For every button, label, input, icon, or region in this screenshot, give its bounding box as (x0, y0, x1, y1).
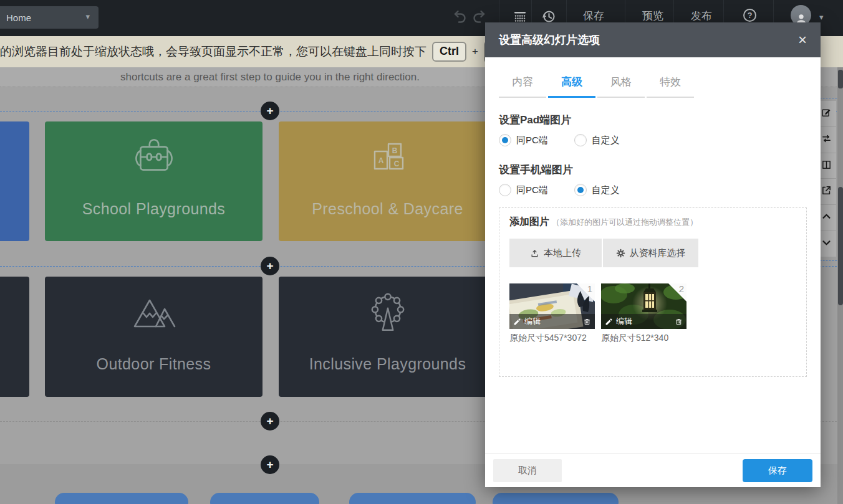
external-link-icon (821, 185, 832, 198)
thumbnail-image-1[interactable]: 1 编辑 (509, 283, 595, 329)
grid-view-button[interactable] (513, 9, 527, 24)
tile-label: Preschool & Daycare (279, 200, 496, 218)
dialog-title: 设置高级幻灯片选项 (499, 32, 600, 47)
ctrl-key-chip: Ctrl (432, 42, 466, 62)
upload-icon (530, 249, 539, 258)
add-images-title-row: 添加图片 （添加好的图片可以通过拖动调整位置） (509, 216, 796, 228)
dialog-header: 设置高级幻灯片选项 × (485, 22, 821, 57)
tile-partial-left-row2[interactable] (0, 277, 29, 397)
pencil-icon (513, 318, 521, 326)
editor-screen: shortcuts are a great first step to guid… (0, 0, 843, 504)
mountains-icon (130, 293, 178, 331)
svg-text:A: A (378, 156, 383, 165)
bottom-pill-button[interactable] (349, 493, 476, 504)
tab-content[interactable]: 内容 (499, 75, 546, 98)
tab-style[interactable]: 风格 (597, 75, 645, 98)
radio-label[interactable]: 同PC端 (516, 135, 548, 146)
add-section-button[interactable]: + (261, 412, 279, 430)
tab-effects[interactable]: 特效 (647, 75, 694, 98)
mobile-section-title: 设置手机端图片 (499, 163, 807, 175)
chevron-down-icon (821, 237, 832, 250)
preview-button[interactable]: 预览 (642, 9, 663, 23)
caret-down-icon: ▾ (85, 12, 90, 21)
schoolbag-icon (132, 138, 176, 179)
thumbnail-order-number: 2 (679, 283, 684, 294)
thumbnail-toolbar: 编辑 (509, 314, 595, 329)
undo-icon (453, 9, 468, 24)
tile-inclusive-playgrounds[interactable]: Inclusive Playgrounds (279, 277, 496, 397)
page-selector-label: Home (6, 12, 31, 23)
history-icon (541, 9, 556, 24)
radio-label[interactable]: 自定义 (592, 135, 620, 146)
scrollbar-thumb[interactable] (838, 187, 843, 305)
local-upload-button[interactable]: 本地上传 (509, 239, 602, 267)
tile-partial-left-row1[interactable] (0, 121, 29, 241)
hint-text: shortcuts are a great first step to guid… (0, 67, 540, 83)
trash-icon (675, 318, 683, 326)
thumbnail-toolbar: 编辑 (601, 314, 686, 329)
radio-mobile-custom[interactable] (574, 184, 587, 196)
add-images-title: 添加图片 (509, 216, 549, 229)
save-button[interactable]: 保存 (743, 459, 812, 482)
swap-arrows-icon (821, 133, 832, 146)
help-icon: ? (748, 11, 753, 20)
thumbnail-item: 2 编辑 原始尺寸512*340 (601, 283, 686, 344)
save-button[interactable]: 保存 (583, 9, 604, 23)
mobile-image-options: 同PC端 自定义 (499, 184, 807, 196)
thumbnail-edit-button[interactable]: 编辑 (513, 316, 541, 327)
tile-preschool-daycare[interactable]: A B C Preschool & Daycare (279, 121, 496, 241)
thumbnail-item: 1 编辑 原始尺寸5457*3072 (509, 283, 595, 344)
dialog-body: 内容 高级 风格 特效 设置Pad端图片 同PC端 自定义 设置手机端图片 同P… (485, 75, 821, 377)
close-icon[interactable]: × (798, 32, 807, 47)
plus-separator: + (472, 45, 478, 58)
svg-text:B: B (392, 146, 397, 155)
thumbnail-caption: 原始尺寸5457*3072 (509, 333, 595, 344)
plus-icon: + (266, 458, 273, 472)
radio-label[interactable]: 自定义 (592, 184, 620, 196)
grid-icon (513, 9, 527, 24)
page-selector[interactable]: Home ▾ (0, 6, 99, 29)
add-images-hint: （添加好的图片可以通过拖动调整位置） (552, 217, 698, 228)
ferris-wheel-icon (365, 293, 410, 335)
history-button[interactable] (541, 9, 556, 24)
image-thumbnails-row: 1 编辑 原始尺寸5457*3072 (509, 283, 796, 344)
abc-blocks-icon: A B C (365, 138, 410, 176)
slideshow-advanced-options-dialog: 设置高级幻灯片选项 × 内容 高级 风格 特效 设置Pad端图片 同PC端 自定… (485, 22, 821, 487)
pad-image-options: 同PC端 自定义 (499, 134, 807, 146)
bottom-pill-button[interactable] (493, 493, 619, 504)
thumbnail-edit-button[interactable]: 编辑 (605, 316, 632, 327)
bottom-pill-button[interactable] (210, 493, 319, 504)
thumbnail-delete-button[interactable] (583, 318, 591, 326)
account-caret-icon[interactable]: ▾ (819, 12, 824, 22)
cancel-button[interactable]: 取消 (493, 459, 562, 482)
add-section-button[interactable]: + (261, 257, 279, 275)
radio-label[interactable]: 同PC端 (516, 184, 548, 196)
tile-label: School Playgrounds (45, 200, 263, 218)
upload-buttons-row: 本地上传 从资料库选择 (509, 239, 796, 267)
radio-pad-same-as-pc[interactable] (499, 134, 511, 146)
thumbnail-caption: 原始尺寸512*340 (601, 333, 686, 344)
tile-outdoor-fitness[interactable]: Outdoor Fitness (45, 277, 263, 397)
radio-mobile-same-as-pc[interactable] (499, 184, 511, 196)
thumbnail-image-2[interactable]: 2 编辑 (601, 283, 686, 329)
thumbnail-order-number: 1 (587, 283, 592, 294)
add-section-button[interactable]: + (261, 102, 279, 120)
thumbnail-delete-button[interactable] (675, 318, 683, 326)
tile-school-playgrounds[interactable]: School Playgrounds (45, 121, 263, 241)
chevron-up-icon (821, 211, 832, 224)
publish-button[interactable]: 发布 (691, 9, 712, 23)
redo-button[interactable] (471, 9, 486, 24)
radio-pad-custom[interactable] (574, 134, 587, 146)
add-images-panel: 添加图片 （添加好的图片可以通过拖动调整位置） 本地上传 从资料库选择 (499, 207, 807, 377)
edit-pencil-icon (821, 107, 832, 120)
undo-button[interactable] (453, 9, 468, 24)
tile-label: Outdoor Fitness (45, 355, 263, 373)
bottom-pill-button[interactable] (55, 493, 188, 504)
plus-icon: + (266, 259, 273, 273)
help-button[interactable]: ? (743, 9, 756, 22)
zoom-warning-text: 的浏览器目前处于缩放状态哦，会导致页面显示不正常，您可以在键盘上同时按下 (0, 44, 426, 60)
library-select-button[interactable]: 从资料库选择 (603, 239, 698, 267)
add-section-button[interactable]: + (261, 455, 279, 474)
pad-section-title: 设置Pad端图片 (499, 113, 807, 125)
tab-advanced[interactable]: 高级 (548, 75, 595, 98)
